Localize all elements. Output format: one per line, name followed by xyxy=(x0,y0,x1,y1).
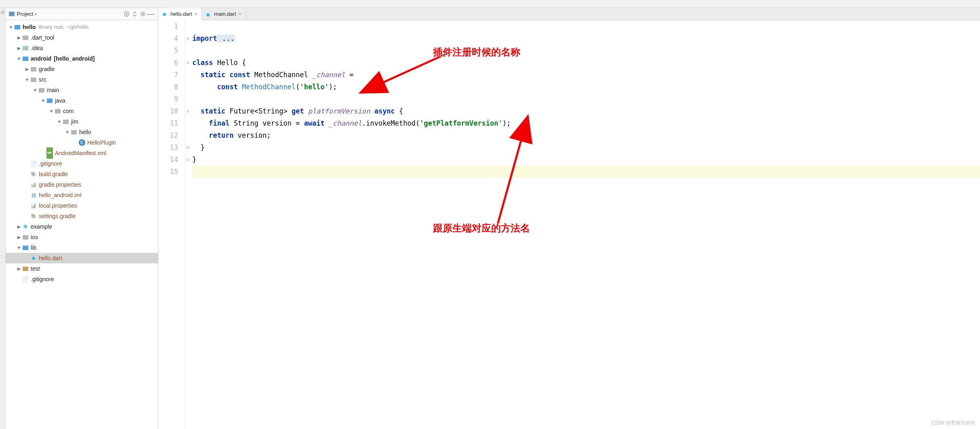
tree-label: lib xyxy=(31,242,36,253)
tree-item-lib[interactable]: ▼lib xyxy=(6,242,158,253)
gutter-line: 15 xyxy=(158,166,178,178)
tree-label: hello xyxy=(79,127,91,137)
tree-item-helloplugin[interactable]: CHelloPlugin xyxy=(6,137,158,148)
tree-label: src xyxy=(39,74,46,85)
tree-item-gradle-properties[interactable]: 📊gradle.properties xyxy=(6,179,158,190)
tree-arrow-icon[interactable]: ▼ xyxy=(40,95,46,106)
tree-item--idea[interactable]: ▶.idea xyxy=(6,43,158,53)
tree-label: gradle xyxy=(39,64,55,74)
tree-label: build.gradle xyxy=(39,169,68,179)
tree-label: .gitignore xyxy=(39,158,62,169)
project-icon xyxy=(9,12,15,16)
tree-arrow-icon[interactable]: ▶ xyxy=(16,32,22,43)
tree-arrow-icon[interactable]: ▶ xyxy=(16,43,22,53)
tree-item-hello-android-iml[interactable]: ▤hello_android.iml xyxy=(6,190,158,200)
tree-item-src[interactable]: ▼src xyxy=(6,74,158,85)
folder-gray-icon xyxy=(62,118,69,125)
git-icon: 📄 xyxy=(30,160,37,167)
folder-gray-icon xyxy=(70,128,78,136)
tree-arrow-icon[interactable]: ▼ xyxy=(57,116,62,127)
tree-label: .dart_tool xyxy=(31,32,54,43)
gear-icon[interactable] xyxy=(139,10,147,18)
tree-arrow-icon[interactable]: ▼ xyxy=(65,127,70,137)
project-title[interactable]: Project xyxy=(17,11,33,17)
project-pane: Project ▾ — ▼hellolibrary root, ~/git/he… xyxy=(6,8,158,429)
tree-item-jim[interactable]: ▼jim xyxy=(6,116,158,127)
annotation-method-name: 跟原生端对应的方法名 xyxy=(433,222,530,234)
editor-area: ◆ hello.dart × ◆ main.dart × 14567891011… xyxy=(158,8,980,429)
expand-all-icon[interactable] xyxy=(130,10,139,18)
tree-label: ios xyxy=(31,232,38,242)
left-strip xyxy=(0,8,6,429)
gutter-line: 11 xyxy=(158,117,178,129)
tree-item--dart-tool[interactable]: ▶.dart_tool xyxy=(6,32,158,43)
dart-icon: ◆ xyxy=(30,254,37,262)
tree-label: .gitignore xyxy=(31,274,54,284)
folder-blue-icon xyxy=(22,244,29,251)
folder-gray-icon xyxy=(54,107,61,115)
gutter-line: 9 xyxy=(158,93,178,105)
tree-label: example xyxy=(31,221,52,232)
flutter-icon: ✱ xyxy=(22,223,29,230)
tree-arrow-icon[interactable]: ▼ xyxy=(8,22,14,32)
svg-point-2 xyxy=(141,13,144,15)
gutter-line: 4 xyxy=(158,32,178,44)
tree-label: HelloPlugin xyxy=(87,137,116,148)
tree-item-example[interactable]: ▶✱example xyxy=(6,221,158,232)
circle-c-icon: C xyxy=(78,139,86,146)
tree-label: AndroidManifest.xml xyxy=(55,148,106,158)
tree-item-com[interactable]: ▼com xyxy=(6,106,158,116)
tree-arrow-icon[interactable]: ▶ xyxy=(16,232,22,242)
tree-item-gradle[interactable]: ▶gradle xyxy=(6,64,158,74)
tree-arrow-icon[interactable]: ▼ xyxy=(24,74,30,85)
fold-column[interactable]: ⊕ ⊖ ⊖ ⊟ ⊟ xyxy=(185,20,191,429)
folder-gray-icon xyxy=(38,86,45,94)
tree-item-settings-gradle[interactable]: 🐘settings.gradle xyxy=(6,211,158,221)
tree-arrow-icon[interactable]: ▼ xyxy=(32,85,38,95)
code-content[interactable]: import ... class Hello { static const Me… xyxy=(191,20,980,429)
props-icon: 📊 xyxy=(30,202,37,209)
minimize-icon[interactable]: — xyxy=(147,10,155,18)
tree-arrow-icon[interactable]: ▼ xyxy=(16,53,22,64)
tree-item-androidmanifest-xml[interactable]: MFAndroidManifest.xml xyxy=(6,148,158,158)
tree-item-main[interactable]: ▼main xyxy=(6,85,158,95)
chevron-down-icon[interactable]: ▾ xyxy=(35,12,37,16)
tree-item-hello-dart[interactable]: ◆hello.dart xyxy=(6,253,158,263)
gutter-line: 14 xyxy=(158,154,178,166)
tree-item-android[interactable]: ▼android[hello_android] xyxy=(6,53,158,64)
close-icon[interactable]: × xyxy=(194,11,198,17)
tree-item-ios[interactable]: ▶ios xyxy=(6,232,158,242)
mf-icon: MF xyxy=(46,149,53,157)
tab-main[interactable]: ◆ main.dart × xyxy=(202,8,246,20)
gutter-line: 5 xyxy=(158,44,178,57)
tree-arrow-icon[interactable]: ▼ xyxy=(16,242,22,253)
tree-item--gitignore[interactable]: 📄.gitignore xyxy=(6,158,158,169)
tree-label: com xyxy=(63,106,74,116)
tree-item-build-gradle[interactable]: 🐘build.gradle xyxy=(6,169,158,179)
tree-label: hello_android.iml xyxy=(39,190,82,200)
project-tree[interactable]: ▼hellolibrary root, ~/git/hello▶.dart_to… xyxy=(6,20,158,429)
tree-arrow-icon[interactable]: ▶ xyxy=(16,263,22,274)
tree-arrow-icon[interactable]: ▶ xyxy=(16,221,22,232)
tree-label: android xyxy=(31,53,51,64)
code-editor[interactable]: 1456789101112131415 ⊕ ⊖ ⊖ ⊟ ⊟ xyxy=(158,20,980,429)
close-icon[interactable]: × xyxy=(238,11,242,17)
gutter-line: 12 xyxy=(158,129,178,141)
tree-arrow-icon[interactable]: ▶ xyxy=(24,64,30,74)
tree-item-test[interactable]: ▶test xyxy=(6,263,158,274)
scroll-from-source-icon[interactable] xyxy=(122,10,130,18)
tab-hello[interactable]: ◆ hello.dart × xyxy=(158,8,202,20)
tree-item--gitignore[interactable]: 📄.gitignore xyxy=(6,274,158,284)
tree-item-local-properties[interactable]: 📊local.properties xyxy=(6,200,158,211)
top-toolbar xyxy=(0,0,980,8)
editor-tabs: ◆ hello.dart × ◆ main.dart × xyxy=(158,8,980,20)
tree-arrow-icon[interactable]: ▼ xyxy=(48,106,54,116)
line-gutter: 1456789101112131415 xyxy=(158,20,185,429)
gutter-line: 13 xyxy=(158,141,178,154)
gutter-line: 8 xyxy=(158,81,178,93)
tree-label: jim xyxy=(71,116,78,127)
tree-item-hello[interactable]: ▼hello xyxy=(6,127,158,137)
tree-item-hello[interactable]: ▼hellolibrary root, ~/git/hello xyxy=(6,22,158,32)
strip-btn[interactable] xyxy=(1,11,4,14)
tree-item-java[interactable]: ▼java xyxy=(6,95,158,106)
